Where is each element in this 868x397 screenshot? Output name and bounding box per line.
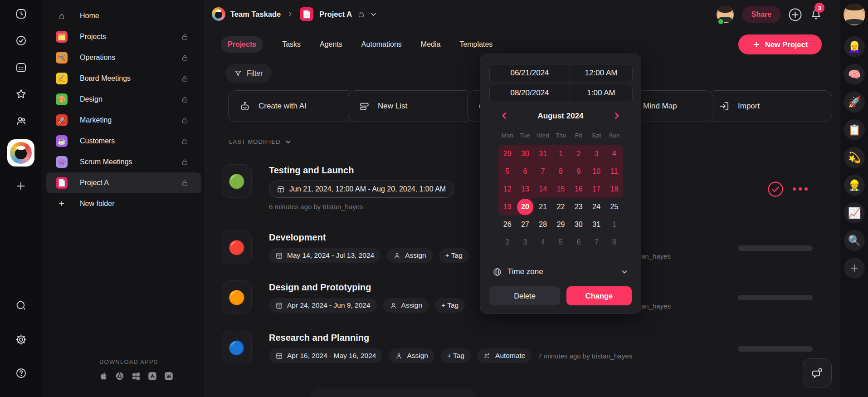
date-range-pill[interactable]: Apr 16, 2024 - May 16, 2024 [269,348,382,363]
timezone-row[interactable]: Time zone [493,265,629,278]
user-avatar[interactable] [844,4,865,25]
members-icon[interactable] [10,110,31,131]
calendar-day[interactable]: 30 [516,145,534,162]
sidebar-item[interactable]: 🗂️ Projects [46,26,201,47]
tag-pill[interactable]: + Tag [435,298,465,313]
agent-icon[interactable]: 🚀 [844,92,865,113]
calendar-day[interactable]: 17 [587,180,605,198]
calendar-day[interactable]: 29 [552,216,570,233]
calendar-day[interactable]: 2 [498,233,516,251]
calendar-day[interactable]: 15 [552,180,570,198]
calendar-day[interactable]: 21 [534,198,552,216]
sidebar-item[interactable]: 🛠️ Operations [46,47,201,68]
calendar-day[interactable]: 5 [552,233,570,251]
start-date-field[interactable]: 06/21/2024 [490,69,570,78]
calendar-day[interactable]: 4 [534,233,552,251]
breadcrumb-team[interactable]: Team Taskade [230,10,281,19]
agent-icon[interactable]: 📈 [844,202,865,223]
calendar-day[interactable]: 7 [587,233,605,251]
project-tile-icon[interactable]: 🟠 [222,280,252,314]
tab[interactable]: Media [421,40,441,49]
calendar-day[interactable]: 12 [498,180,516,198]
chrome-icon[interactable] [115,371,125,381]
android-icon[interactable] [164,371,174,381]
calendar-day[interactable]: 11 [605,162,623,180]
calendar-day[interactable]: 14 [534,180,552,198]
new-project-button[interactable]: New Project [738,34,822,54]
calendar-day[interactable]: 1 [605,216,623,233]
calendar-day[interactable]: 31 [534,145,552,162]
calendar-day[interactable]: 16 [570,180,587,198]
invite-plus-icon[interactable] [788,8,802,22]
calendar-day[interactable]: 19 [498,198,516,216]
favorites-star-icon[interactable] [10,83,31,104]
calendar-day[interactable]: 3 [516,233,534,251]
delete-button[interactable]: Delete [489,286,560,305]
sidebar-item[interactable]: 🎨 Design [46,89,201,110]
sidebar-item[interactable]: ☕ Customers [46,131,201,152]
add-workspace-icon[interactable] [10,176,31,196]
tasks-check-icon[interactable] [10,30,31,51]
calendar-day[interactable]: 5 [498,162,516,180]
help-icon[interactable] [10,363,31,383]
next-month-chevron[interactable] [612,111,622,121]
project-tile-icon[interactable]: 🔴 [222,230,252,264]
calendar-icon[interactable] [10,57,31,78]
calendar-day[interactable]: 6 [516,162,534,180]
calendar-day[interactable]: 29 [498,145,516,162]
sort-header[interactable]: LAST MODIFIED [229,138,292,145]
row-menu-dots[interactable] [793,187,808,191]
calendar-day[interactable]: 30 [570,216,587,233]
project-title[interactable]: Development [269,232,326,243]
agent-icon[interactable]: 👷 [844,175,865,196]
sidebar-item[interactable]: 👾 Scrum Meetings [46,152,201,172]
start-time-field[interactable]: 12:00 AM [570,64,632,82]
agent-icon[interactable]: 👱‍♀️ [844,36,865,57]
breadcrumb-project[interactable]: Project A [319,10,352,19]
tag-pill[interactable]: + Tag [439,248,469,263]
filter-button[interactable]: Filter [225,64,272,83]
sidebar-item[interactable]: + New folder [46,193,201,214]
sidebar-item[interactable]: ✍️ Board Meetings [46,68,201,89]
calendar-day[interactable]: 20 [516,198,534,216]
date-range-pill[interactable]: Jun 21, 2024, 12:00 AM - Aug 20, 2024, 1… [269,181,454,198]
ai-chat-button[interactable] [803,358,832,387]
project-title[interactable]: Research and Planning [269,333,369,343]
project-title[interactable]: Design and Prototyping [269,282,371,293]
prev-month-chevron[interactable] [499,111,509,121]
calendar-day[interactable]: 8 [605,233,623,251]
assign-pill[interactable]: Assign [387,248,433,263]
team-avatar[interactable] [212,7,225,21]
settings-gear-icon[interactable] [10,329,31,350]
recent-clock-icon[interactable] [10,3,31,24]
calendar-day[interactable]: 23 [570,198,587,216]
tab[interactable]: Tasks [282,40,301,49]
tab[interactable]: Automations [361,40,402,49]
assign-pill[interactable]: Assign [383,298,429,313]
tab[interactable]: Projects [221,36,263,53]
calendar-day[interactable]: 2 [570,145,587,162]
calendar-day[interactable]: 7 [534,162,552,180]
search-icon[interactable] [10,295,31,316]
agent-icon[interactable]: 🔍 [844,230,865,251]
sidebar-item[interactable]: 🚀 Marketing [46,110,201,131]
import-button[interactable]: Import [707,90,832,122]
project-chevron-down-icon[interactable] [370,10,377,18]
calendar-day[interactable]: 3 [587,145,605,162]
agent-icon[interactable]: 📋 [844,119,865,140]
automate-pill[interactable]: Automate [477,348,532,363]
agent-icon[interactable]: 💫 [844,147,865,168]
calendar-day[interactable]: 31 [587,216,605,233]
apple-icon[interactable] [98,371,108,381]
new-list-button[interactable]: New List [348,90,473,122]
calendar-day[interactable]: 10 [587,162,605,180]
calendar-day[interactable]: 18 [605,180,623,198]
create-with-ai-button[interactable]: Create with AI [228,90,355,122]
end-date-field[interactable]: 08/20/2024 [490,88,570,98]
tab[interactable]: Agents [320,40,342,49]
calendar-day[interactable]: 26 [498,216,516,233]
project-tile-icon[interactable]: 🟢 [222,164,252,198]
taskade-workspace-logo[interactable] [7,139,34,167]
tag-pill[interactable]: + Tag [441,348,471,363]
add-agent-button[interactable] [844,258,865,279]
